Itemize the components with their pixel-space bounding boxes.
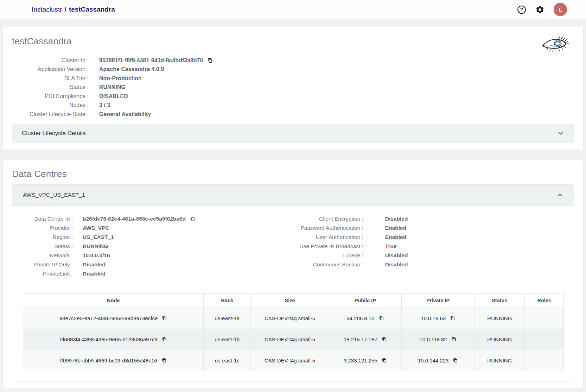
dc-provider-value: AWS_VPC bbox=[83, 225, 109, 231]
nodes-table: Node Rack Size Public IP Private IP Stat… bbox=[23, 293, 564, 371]
dc-details-right-column: Client Encryption : Disabled Password Au… bbox=[277, 214, 564, 278]
detail-label: Status : bbox=[12, 84, 89, 90]
app-version-value: Apache Cassandra 4.0.9 bbox=[99, 66, 164, 72]
dc-detail-row-lucene: Lucene : Disabled bbox=[277, 251, 564, 260]
dc-label: Data Centre Id : bbox=[23, 216, 73, 222]
node-roles bbox=[525, 329, 564, 350]
cluster-detail-row-pci: PCI Compliance : DISABLED bbox=[12, 92, 574, 101]
dc-label: User Authorization : bbox=[277, 234, 363, 240]
data-centre-accordion: AWS_VPC_US_EAST_1 Data Centre Id : b26fd… bbox=[12, 184, 574, 381]
cluster-detail-row-app-version: Application Version : Apache Cassandra 4… bbox=[12, 65, 574, 74]
dc-detail-row-password-auth: Password Authentication : Enabled bbox=[277, 223, 564, 233]
node-id: ff09978b-cbb9-4669-bc09-d8d155d48c16 bbox=[60, 358, 157, 363]
node-size: CAS-DEV-t4g.small-5 bbox=[251, 350, 329, 371]
copy-icon[interactable] bbox=[162, 315, 167, 321]
column-header-public-ip: Public IP bbox=[329, 293, 401, 308]
data-centres-card: Data Centres AWS_VPC_US_EAST_1 Data Cent… bbox=[3, 160, 583, 388]
node-private-ip: 10.0.18.63 bbox=[421, 315, 446, 321]
dc-label: Use Private IP Broadcast : bbox=[277, 243, 363, 249]
cluster-detail-row-status: Status : RUNNING bbox=[12, 83, 574, 92]
node-public-ip: 18.215.17.187 bbox=[344, 336, 377, 342]
column-header-size: Size bbox=[251, 293, 329, 308]
table-row: 98e7c2e0-ea12-48a6-906c-99b8973ecfce us-… bbox=[23, 308, 564, 329]
dc-private-ip-broadcast-value: True bbox=[385, 243, 397, 249]
cluster-id-value: 953881f1-f8f9-4481-943d-8c4bdf3a8b76 bbox=[99, 57, 203, 64]
copy-icon[interactable] bbox=[450, 315, 455, 321]
dc-detail-row-network: Network : 10.0.0.0/16 bbox=[23, 251, 277, 260]
node-roles bbox=[525, 350, 564, 371]
dc-detail-row-client-encryption: Client Encryption : Disabled bbox=[277, 214, 564, 223]
dc-privatelink-value: Disabled bbox=[83, 271, 106, 277]
data-centre-body: Data Centre Id : b26fde78-62e4-461a-858e… bbox=[12, 206, 574, 381]
node-roles bbox=[525, 308, 564, 329]
node-size: CAS-DEV-t4g.small-5 bbox=[251, 308, 329, 329]
node-rack: us-east-1c bbox=[204, 350, 251, 371]
copy-icon[interactable] bbox=[382, 358, 387, 363]
table-row: ff09978b-cbb9-4669-bc09-d8d155d48c16 us-… bbox=[23, 350, 564, 371]
cluster-detail-row-sla-tier: SLA Tier : Non-Production bbox=[12, 74, 574, 83]
detail-label: SLA Tier : bbox=[12, 75, 89, 82]
dc-label: Status : bbox=[23, 243, 73, 249]
node-rack: us-east-1a bbox=[204, 308, 251, 329]
dc-detail-row-status: Status : RUNNING bbox=[23, 242, 277, 251]
column-header-roles: Roles bbox=[525, 293, 564, 308]
copy-icon[interactable] bbox=[162, 336, 167, 342]
detail-label: PCI Compliance : bbox=[12, 93, 89, 100]
node-private-ip: 10.0.118.82 bbox=[420, 336, 447, 342]
table-row: 0f6083f4-4398-4385-9e65-b129036a97c3 us-… bbox=[23, 329, 564, 350]
dc-lucene-value: Disabled bbox=[385, 252, 408, 259]
chevron-up-icon bbox=[557, 192, 563, 198]
dc-continuous-backup-value: Disabled bbox=[385, 261, 408, 268]
dc-detail-row-region: Region : US_EAST_1 bbox=[23, 233, 277, 242]
dc-detail-row-user-authorization: User Authorization : Enabled bbox=[277, 233, 564, 242]
column-header-private-ip: Private IP bbox=[401, 293, 474, 308]
dc-status-value: RUNNING bbox=[83, 243, 108, 249]
copy-icon[interactable] bbox=[190, 216, 195, 222]
dc-label: Provider : bbox=[23, 225, 73, 231]
detail-label: Cluster Id : bbox=[12, 57, 89, 64]
dc-label: Continuous Backup : bbox=[277, 261, 363, 268]
pci-compliance-value: DISABLED bbox=[99, 93, 128, 100]
cluster-detail-row-nodes: Nodes : 3 / 3 bbox=[12, 101, 574, 110]
copy-icon[interactable] bbox=[207, 57, 213, 63]
data-centre-accordion-header[interactable]: AWS_VPC_US_EAST_1 bbox=[12, 185, 574, 206]
dc-label: PrivateLink : bbox=[23, 271, 73, 277]
node-private-ip: 10.0.144.223 bbox=[418, 358, 449, 363]
user-avatar[interactable]: L bbox=[554, 3, 567, 16]
breadcrumb: Instaclustr / testCassandra bbox=[32, 6, 115, 13]
copy-icon[interactable] bbox=[161, 358, 167, 363]
dc-detail-row-private-ip-broadcast: Use Private IP Broadcast : True bbox=[277, 242, 564, 251]
dc-detail-row-private-ip-only: Private IP Only : Disabled bbox=[23, 260, 277, 269]
gear-icon[interactable] bbox=[535, 5, 544, 14]
breadcrumb-current: testCassandra bbox=[69, 6, 115, 13]
chevron-down-icon bbox=[557, 130, 564, 137]
node-public-ip: 34.206.8.10 bbox=[346, 315, 374, 321]
dc-client-encryption-value: Disabled bbox=[385, 216, 408, 222]
copy-icon[interactable] bbox=[382, 336, 387, 342]
sla-tier-value: Non-Production bbox=[99, 75, 142, 82]
detail-label: Cluster Lifecycle State : bbox=[12, 111, 89, 118]
dc-detail-row-provider: Provider : AWS_VPC bbox=[23, 223, 277, 233]
copy-icon[interactable] bbox=[451, 336, 457, 342]
dc-label: Password Authentication : bbox=[277, 225, 363, 231]
table-header-row: Node Rack Size Public IP Private IP Stat… bbox=[23, 293, 564, 308]
breadcrumb-root-link[interactable]: Instaclustr bbox=[32, 6, 62, 13]
cluster-lifecycle-details-accordion[interactable]: Cluster Lifecycle Details bbox=[12, 124, 574, 143]
copy-icon[interactable] bbox=[453, 358, 458, 363]
column-header-rack: Rack bbox=[204, 293, 251, 308]
data-centre-name: AWS_VPC_US_EAST_1 bbox=[23, 192, 85, 198]
dc-label: Network : bbox=[23, 252, 73, 259]
cluster-detail-list: Cluster Id : 953881f1-f8f9-4481-943d-8c4… bbox=[12, 56, 574, 119]
cassandra-eye-logo bbox=[541, 34, 569, 54]
dc-password-auth-value: Enabled bbox=[385, 225, 406, 231]
help-icon[interactable]: ? bbox=[517, 5, 526, 14]
column-header-node: Node bbox=[23, 293, 204, 308]
dc-private-ip-only-value: Disabled bbox=[83, 261, 106, 268]
breadcrumb-separator: / bbox=[65, 6, 66, 13]
copy-icon[interactable] bbox=[379, 315, 384, 321]
dc-detail-row-id: Data Centre Id : b26fde78-62e4-461a-858e… bbox=[23, 214, 277, 223]
column-header-status: Status bbox=[474, 293, 525, 308]
dc-region-value: US_EAST_1 bbox=[83, 234, 114, 240]
cluster-title: testCassandra bbox=[12, 36, 574, 47]
dc-label: Region : bbox=[23, 234, 73, 240]
